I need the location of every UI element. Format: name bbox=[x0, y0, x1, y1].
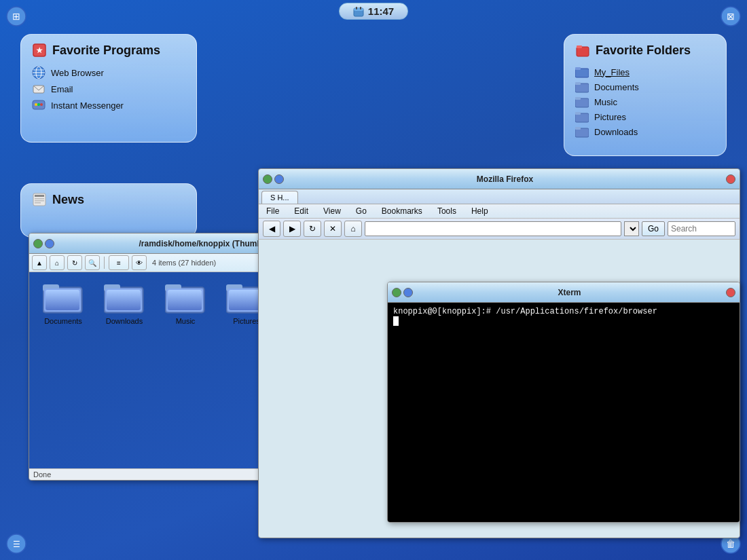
svg-rect-48 bbox=[107, 290, 141, 310]
svg-rect-52 bbox=[168, 290, 202, 310]
fm-separator bbox=[104, 257, 105, 269]
ff-url-dropdown[interactable] bbox=[624, 221, 639, 236]
folder-myfiles-item[interactable]: My_Files bbox=[575, 64, 715, 79]
fm-refresh-btn[interactable]: ↻ bbox=[67, 255, 82, 270]
folder-downloads-item[interactable]: Downloads bbox=[575, 124, 715, 139]
svg-point-21 bbox=[35, 103, 37, 106]
xterm-content[interactable]: knoppix@0[knoppix]:# /usr/Applications/f… bbox=[388, 303, 740, 522]
fav-programs-icon: ★ bbox=[32, 43, 47, 58]
folder-icon-music bbox=[165, 279, 206, 314]
svg-rect-32 bbox=[575, 67, 581, 70]
ff-close-btn[interactable] bbox=[726, 174, 735, 184]
folder-label-music: Music bbox=[176, 317, 196, 325]
xterm-title: Xterm bbox=[416, 288, 723, 297]
xterm-cursor-line bbox=[393, 316, 734, 326]
ff-reload-btn[interactable]: ↻ bbox=[304, 221, 321, 237]
news-title: News bbox=[32, 192, 185, 207]
svg-text:⊞: ⊞ bbox=[12, 11, 20, 22]
ff-stop-btn[interactable]: ✕ bbox=[324, 221, 342, 237]
news-panel: News bbox=[20, 183, 197, 238]
ff-minimize-btn[interactable] bbox=[263, 174, 272, 184]
ff-maximize-btn[interactable] bbox=[274, 174, 284, 184]
menu-view[interactable]: View bbox=[321, 206, 343, 217]
folder-documents-icon bbox=[575, 81, 589, 93]
ff-home-btn[interactable]: ⌂ bbox=[344, 221, 362, 237]
instant-messenger-item[interactable]: Instant Messenger bbox=[32, 97, 185, 113]
svg-point-23 bbox=[40, 103, 43, 106]
folder-music-item[interactable]: Music bbox=[575, 94, 715, 109]
xterm-minimize-btn[interactable] bbox=[392, 288, 401, 297]
menu-bookmarks[interactable]: Bookmarks bbox=[380, 206, 424, 217]
fm-item-count: 4 items (27 hidden) bbox=[152, 259, 216, 267]
svg-rect-30 bbox=[577, 45, 582, 48]
fav-folders-icon bbox=[575, 43, 590, 58]
svg-rect-2 bbox=[356, 7, 357, 10]
favorite-folders-panel: Favorite Folders My_Files Documents Musi… bbox=[564, 34, 727, 156]
corner-icon-tl[interactable]: ⊞ bbox=[5, 5, 27, 27]
menu-help[interactable]: Help bbox=[469, 206, 490, 217]
fm-home-btn[interactable]: ⌂ bbox=[50, 255, 65, 270]
im-icon bbox=[32, 98, 45, 112]
folder-music-icon bbox=[575, 96, 589, 108]
folder-pictures-item[interactable]: Pictures bbox=[575, 109, 715, 124]
svg-rect-34 bbox=[575, 82, 581, 85]
svg-rect-44 bbox=[45, 290, 79, 310]
folder-item-downloads[interactable]: Downloads bbox=[97, 279, 151, 462]
corner-icon-tr[interactable]: ⊠ bbox=[720, 5, 742, 27]
svg-rect-1 bbox=[354, 8, 363, 11]
folder-documents-item[interactable]: Documents bbox=[575, 79, 715, 94]
svg-point-22 bbox=[37, 103, 40, 106]
browser-icon bbox=[32, 66, 45, 79]
web-browser-item[interactable]: Web Browser bbox=[32, 64, 185, 81]
svg-rect-28 bbox=[35, 202, 41, 204]
clock-icon bbox=[353, 6, 364, 17]
ff-go-btn[interactable]: Go bbox=[642, 221, 665, 236]
firefox-navbar: ◀ ▶ ↻ ✕ ⌂ Go bbox=[259, 219, 740, 240]
xterm-prompt-line: knoppix@0[knoppix]:# /usr/Applications/f… bbox=[393, 307, 734, 316]
menu-edit[interactable]: Edit bbox=[292, 206, 310, 217]
menu-tools[interactable]: Tools bbox=[435, 206, 458, 217]
clock-time: 11:47 bbox=[368, 5, 394, 17]
folder-myfiles-icon bbox=[575, 66, 589, 78]
svg-rect-38 bbox=[575, 112, 581, 115]
clock-bar: 11:47 bbox=[0, 0, 747, 20]
ff-url-bar[interactable] bbox=[365, 221, 621, 236]
folder-label-documents: Documents bbox=[44, 317, 82, 325]
folder-downloads-icon bbox=[575, 126, 589, 138]
firefox-tab[interactable]: S H... bbox=[261, 191, 298, 204]
fm-minimize-btn[interactable] bbox=[33, 239, 43, 248]
xterm-titlebar: Xterm bbox=[388, 282, 740, 303]
fav-programs-title: ★ Favorite Programs bbox=[32, 43, 185, 58]
xterm-maximize-btn[interactable] bbox=[403, 288, 413, 297]
ff-search-bar[interactable] bbox=[668, 221, 735, 236]
clock: 11:47 bbox=[339, 3, 408, 20]
fm-eye-btn[interactable]: 👁 bbox=[132, 255, 147, 270]
ff-back-btn[interactable]: ◀ bbox=[263, 221, 280, 237]
svg-text:🗑: 🗑 bbox=[726, 538, 735, 549]
corner-icon-bl[interactable]: ☰ bbox=[5, 533, 27, 555]
folder-icon-documents bbox=[43, 279, 84, 314]
svg-text:★: ★ bbox=[36, 46, 43, 54]
svg-text:⊠: ⊠ bbox=[727, 11, 735, 22]
menu-file[interactable]: File bbox=[264, 206, 281, 217]
svg-rect-29 bbox=[577, 47, 589, 56]
folder-label-pictures: Pictures bbox=[233, 317, 260, 325]
folder-item-documents[interactable]: Documents bbox=[36, 279, 90, 462]
ff-forward-btn[interactable]: ▶ bbox=[283, 221, 301, 237]
folder-item-music[interactable]: Music bbox=[158, 279, 213, 462]
folder-label-downloads: Downloads bbox=[106, 317, 143, 325]
fm-up-btn[interactable]: ▲ bbox=[32, 255, 47, 270]
email-item[interactable]: Email bbox=[32, 81, 185, 97]
svg-rect-36 bbox=[575, 97, 581, 100]
fm-maximize-btn[interactable] bbox=[45, 239, 54, 248]
fm-zoom-btn[interactable]: 🔍 bbox=[85, 255, 100, 270]
firefox-title: Mozilla Firefox bbox=[287, 174, 723, 184]
xterm-close-btn[interactable] bbox=[726, 288, 735, 297]
menu-go[interactable]: Go bbox=[354, 206, 369, 217]
favorite-programs-panel: ★ Favorite Programs Web Browser Email In… bbox=[20, 34, 197, 143]
svg-rect-3 bbox=[360, 7, 361, 10]
xterm-window: Xterm knoppix@0[knoppix]:# /usr/Applicat… bbox=[387, 282, 740, 523]
svg-rect-26 bbox=[35, 198, 44, 200]
fm-view-btn[interactable]: ≡ bbox=[109, 255, 129, 270]
firefox-menubar: File Edit View Go Bookmarks Tools Help bbox=[259, 204, 740, 219]
